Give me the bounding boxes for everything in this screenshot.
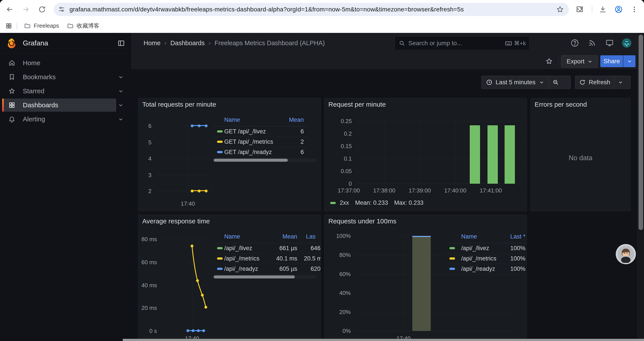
no-data-message: No data [531,154,630,162]
legend-series[interactable]: 2xx [340,199,349,206]
refresh-button[interactable]: Refresh [575,76,614,89]
forward-icon[interactable] [21,5,31,14]
extensions-icon[interactable] [575,5,584,14]
star-icon [8,88,15,95]
sidebar-item-dashboards[interactable]: Dashboards [0,100,131,110]
panel-title[interactable]: Errors per second [534,101,587,108]
kiosk-monitor-icon[interactable] [604,38,615,48]
sidebar-item-alerting[interactable]: Alerting [0,114,131,124]
series-swatch [449,257,455,260]
time-range-picker[interactable]: Last 5 minutes [482,76,549,89]
legend-col-mean[interactable]: Mean [289,117,304,123]
actions-divider [558,57,558,66]
legend-row[interactable]: /api/_/metrics 100% [446,253,526,264]
page-scrollbar-thumb[interactable] [638,35,643,230]
site-settings-icon[interactable] [57,5,66,14]
chevron-down-icon[interactable] [118,116,124,122]
menu-icon[interactable] [630,5,639,14]
legend-row[interactable]: GET /api/_/livez 6 [214,126,308,137]
legend-row[interactable]: /api/_/readyz 605 µs 620 [214,264,321,274]
reload-icon[interactable] [37,5,47,14]
news-rss-icon[interactable] [587,38,597,48]
downloads-icon[interactable] [598,5,608,14]
refresh-interval-button[interactable] [614,76,627,89]
url-text[interactable]: grafana.mathmast.com/d/deytv4rwavabkb/fr… [70,6,464,13]
legend-row[interactable]: GET /api/_/metrics 2 [214,137,308,147]
search-input[interactable]: Search or jump to... ⌘+k [394,36,530,50]
home-icon [8,60,15,67]
legend-col-name[interactable]: Name [224,233,240,240]
help-icon[interactable] [570,38,580,48]
y-tick: 0 [333,180,352,187]
panel-requests-under-100ms[interactable]: Requests under 100ms 100% 80% 60% 40% 20… [324,215,527,341]
legend-scrollbar[interactable] [212,159,316,162]
refresh-controls: Refresh [575,76,631,89]
legend-row[interactable]: /api/_/livez 100% [446,243,526,254]
legend-row[interactable]: /api/_/readyz 100% [446,264,526,274]
breadcrumb-home[interactable]: Home [144,40,160,47]
series-swatch [217,151,223,153]
sidebar-item-home[interactable]: Home [0,58,131,68]
y-tick: 0.25 [333,118,352,125]
profile-icon[interactable] [614,5,624,14]
legend-col-name[interactable]: Name [461,233,477,240]
chevron-down-icon [539,80,544,85]
chevron-down-icon[interactable] [118,102,124,108]
y-tick: 6 [143,123,152,129]
y-tick: 3 [143,172,152,179]
zoom-out-button[interactable] [549,76,562,89]
series-swatch [217,257,223,260]
bookmark-folder-freeleaps[interactable]: Freeleaps [20,21,63,31]
sidebar-item-label: Dashboards [23,101,58,109]
assistant-avatar[interactable] [616,244,636,264]
legend-row[interactable]: /api/_/metrics 40.1 ms 20.5 m [214,253,321,264]
legend-row[interactable]: GET /api/_/readyz 6 [214,147,308,158]
refresh-icon [579,79,586,86]
legend-col-name[interactable]: Name [224,117,240,123]
export-label: Export [566,58,584,65]
bookmark-folder-blog[interactable]: 收藏博客 [63,20,104,31]
back-icon[interactable] [5,5,14,14]
dock-menu-icon[interactable] [118,40,125,47]
sidebar-item-bookmarks[interactable]: Bookmarks [0,72,131,82]
legend-row[interactable]: /api/_/livez 661 µs 646 [214,243,321,254]
chevron-down-icon[interactable] [118,88,124,94]
share-button[interactable]: Share [600,55,623,67]
panel-title[interactable]: Request per minute [328,101,386,108]
breadcrumb-dashboards[interactable]: Dashboards [170,40,204,47]
panel-request-per-minute[interactable]: Request per minute 0.25 0.2 0.15 0.1 0.0… [324,98,527,211]
chevron-down-icon[interactable] [118,74,124,80]
chevron-down-icon [627,59,632,64]
breadcrumb: Home › Dashboards › Freeleaps Metrics Da… [144,33,325,53]
grafana-logo[interactable] [6,37,18,49]
panel-avg-response-time[interactable]: Average response time 80 ms 60 ms 40 ms … [138,215,321,341]
user-avatar[interactable] [622,38,632,48]
panel-title[interactable]: Total requests per minute [142,101,216,108]
bookmark-star-icon[interactable] [555,5,565,14]
legend-col-mean[interactable]: Mean [275,233,297,240]
sidebar-item-label: Home [23,59,40,67]
bookmarks-divider [17,22,17,30]
y-tick: 2 [143,188,152,195]
active-item-highlight [2,99,116,112]
share-menu-button[interactable] [623,55,636,67]
legend-scrollbar-thumb[interactable] [214,275,295,278]
y-tick: 0.05 [333,168,352,175]
time-range-label: Last 5 minutes [496,79,536,86]
export-button[interactable]: Export [561,55,598,68]
legend-scrollbar[interactable] [212,275,316,278]
url-bar[interactable]: grafana.mathmast.com/d/deytv4rwavabkb/fr… [54,3,569,16]
legend-col-last[interactable]: Las [306,233,316,240]
panel-errors-per-second[interactable]: Errors per second No data [530,98,631,211]
series-swatch [449,247,455,249]
panel-title[interactable]: Requests under 100ms [328,217,396,225]
sidebar-item-starred[interactable]: Starred [0,86,131,96]
panel-total-requests[interactable]: Total requests per minute 6 5 4 3 2 17:4… [138,98,321,211]
apps-grid-icon[interactable] [4,21,14,31]
legend-mean: Mean: 0.233 [355,199,388,206]
legend-scrollbar-thumb[interactable] [214,159,288,162]
favorite-star-icon[interactable] [544,56,554,66]
share-label: Share [604,58,620,65]
legend-col-last[interactable]: Last * [510,233,526,240]
y-tick: 0.1 [333,155,352,162]
